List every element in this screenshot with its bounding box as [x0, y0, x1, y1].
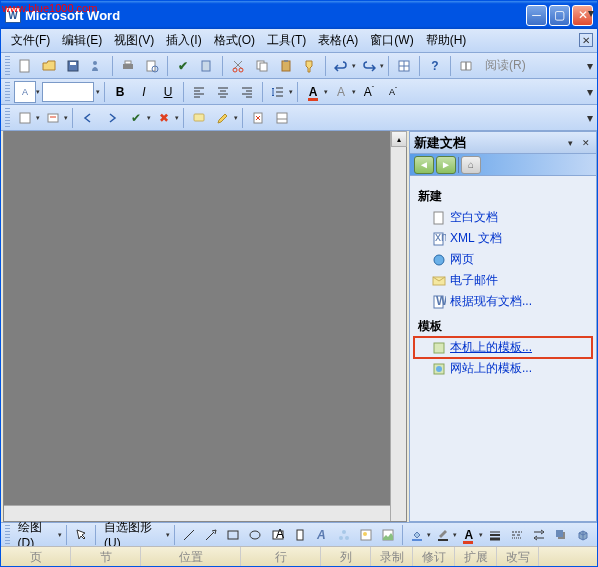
underline-button[interactable]: U [157, 81, 179, 103]
font-size-combo[interactable] [42, 82, 94, 102]
arrow-style-button[interactable] [529, 524, 549, 546]
line-color-button[interactable] [433, 524, 453, 546]
scaling-dropdown-arrow[interactable]: ▾ [352, 88, 356, 96]
toolbar-overflow[interactable]: ▾ [585, 108, 595, 128]
status-trk[interactable]: 修订 [413, 547, 455, 566]
paste-button[interactable] [275, 55, 297, 77]
line-spacing-button[interactable] [267, 81, 289, 103]
spacing-dropdown-arrow[interactable]: ▾ [289, 88, 293, 96]
print-preview-button[interactable] [141, 55, 163, 77]
vertical-scrollbar[interactable]: ▴ [390, 131, 406, 521]
nav-forward-button[interactable]: ► [436, 156, 456, 174]
font-color-button[interactable]: A [302, 81, 324, 103]
bold-button[interactable]: B [109, 81, 131, 103]
format-painter-button[interactable] [299, 55, 321, 77]
link-blank-doc[interactable]: 空白文档 [414, 207, 592, 228]
autoshape-dropdown-arrow[interactable]: ▾ [166, 531, 170, 539]
show-markup-button[interactable] [42, 107, 64, 129]
vertical-textbox-button[interactable] [290, 524, 310, 546]
toolbar-handle[interactable] [5, 108, 10, 128]
align-left-button[interactable] [188, 81, 210, 103]
task-pane-menu-arrow[interactable]: ▾ [564, 137, 576, 149]
display-review-button[interactable] [14, 107, 36, 129]
menu-edit[interactable]: 编辑(E) [56, 29, 108, 52]
maximize-button[interactable]: ▢ [549, 5, 570, 26]
link-web-page[interactable]: 网页 [414, 249, 592, 270]
toolbar-overflow[interactable]: ▾ [585, 82, 595, 102]
print-button[interactable] [117, 55, 139, 77]
insert-comment-button[interactable] [188, 107, 210, 129]
draw-dropdown-arrow[interactable]: ▾ [58, 531, 62, 539]
status-ext[interactable]: 扩展 [455, 547, 497, 566]
line-tool-button[interactable] [179, 524, 199, 546]
select-objects-button[interactable] [71, 524, 91, 546]
style-combo[interactable]: A [14, 81, 36, 103]
save-button[interactable] [62, 55, 84, 77]
menu-view[interactable]: 视图(V) [108, 29, 160, 52]
char-shrink-button[interactable]: Aˇ [382, 81, 404, 103]
char-grow-button[interactable]: Aˆ [358, 81, 380, 103]
align-center-button[interactable] [212, 81, 234, 103]
scroll-up-button[interactable]: ▴ [391, 131, 407, 147]
char-scaling-button[interactable]: A [330, 81, 352, 103]
accept-dropdown-arrow[interactable]: ▾ [147, 114, 151, 122]
link-xml-doc[interactable]: xml XML 文档 [414, 228, 592, 249]
nav-back-button[interactable]: ◄ [414, 156, 434, 174]
toolbar-handle[interactable] [5, 82, 10, 102]
clipart-button[interactable] [356, 524, 376, 546]
new-doc-button[interactable] [14, 55, 36, 77]
menu-tools[interactable]: 工具(T) [261, 29, 312, 52]
read-mode-label[interactable]: 阅读(R) [479, 57, 532, 74]
copy-button[interactable] [251, 55, 273, 77]
wordart-button[interactable]: A [312, 524, 332, 546]
highlight-button[interactable] [212, 107, 234, 129]
open-button[interactable] [38, 55, 60, 77]
font-color-draw-button[interactable]: A [459, 524, 479, 546]
drawfont-dropdown-arrow[interactable]: ▾ [479, 531, 483, 539]
menu-format[interactable]: 格式(O) [208, 29, 261, 52]
align-right-button[interactable] [236, 81, 258, 103]
help-button[interactable]: ? [424, 55, 446, 77]
redo-dropdown-arrow[interactable]: ▾ [380, 62, 384, 70]
read-mode-icon[interactable] [455, 55, 477, 77]
textbox-tool-button[interactable]: A [268, 524, 288, 546]
menu-file[interactable]: 文件(F) [5, 29, 56, 52]
menu-table[interactable]: 表格(A) [312, 29, 364, 52]
shadow-style-button[interactable] [551, 524, 571, 546]
task-pane-close-icon[interactable]: ✕ [580, 137, 592, 149]
research-button[interactable] [196, 55, 218, 77]
diagram-button[interactable] [334, 524, 354, 546]
menu-insert[interactable]: 插入(I) [160, 29, 207, 52]
reject-dropdown-arrow[interactable]: ▾ [175, 114, 179, 122]
threed-style-button[interactable] [573, 524, 593, 546]
menu-window[interactable]: 窗口(W) [364, 29, 419, 52]
link-web-templates[interactable]: 网站上的模板... [414, 358, 592, 379]
reviewing-pane-button[interactable] [271, 107, 293, 129]
status-ovr[interactable]: 改写 [497, 547, 539, 566]
toolbar-handle[interactable] [5, 525, 10, 545]
table-insert-button[interactable] [393, 55, 415, 77]
prev-change-button[interactable] [77, 107, 99, 129]
document-area[interactable]: ▴ [3, 131, 407, 522]
style-dropdown-arrow[interactable]: ▾ [36, 88, 40, 96]
reject-change-button[interactable]: ✖ [153, 107, 175, 129]
insert-picture-button[interactable] [378, 524, 398, 546]
dash-style-button[interactable] [507, 524, 527, 546]
cut-button[interactable] [227, 55, 249, 77]
toolbar-overflow[interactable]: ▾ [585, 56, 595, 76]
permission-button[interactable] [86, 55, 108, 77]
nav-home-button[interactable]: ⌂ [461, 156, 481, 174]
fontcolor-dropdown-arrow[interactable]: ▾ [324, 88, 328, 96]
link-local-templates[interactable]: 本机上的模板... [414, 337, 592, 358]
linecolor-dropdown-arrow[interactable]: ▾ [453, 531, 457, 539]
toolbar-handle[interactable] [5, 56, 10, 76]
status-rec[interactable]: 录制 [371, 547, 413, 566]
link-from-existing[interactable]: W 根据现有文档... [414, 291, 592, 312]
next-change-button[interactable] [101, 107, 123, 129]
highlight-dropdown-arrow[interactable]: ▾ [234, 114, 238, 122]
horizontal-scrollbar[interactable] [4, 505, 390, 521]
undo-button[interactable] [330, 55, 352, 77]
redo-button[interactable] [358, 55, 380, 77]
fill-color-button[interactable] [407, 524, 427, 546]
italic-button[interactable]: I [133, 81, 155, 103]
